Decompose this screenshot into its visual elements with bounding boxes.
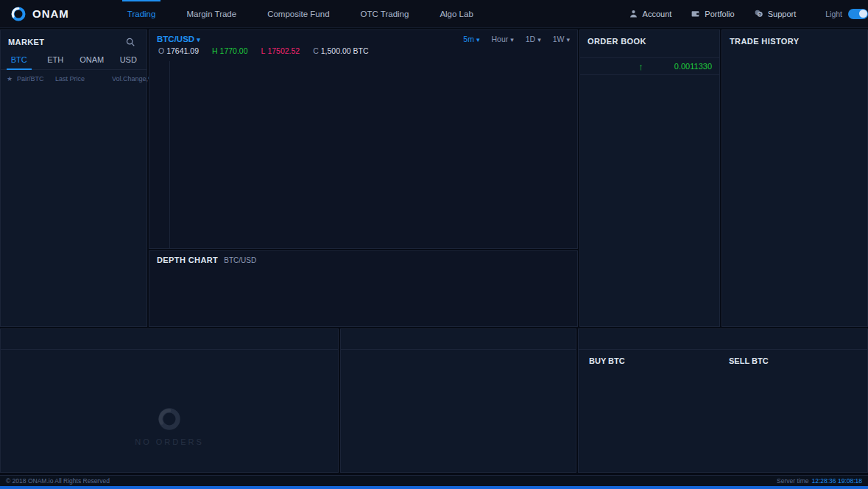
star-icon[interactable]: ★	[7, 75, 17, 82]
ohlc-c: C1,500.00 BTC	[313, 46, 368, 55]
timeframe-5m[interactable]: 5m▾	[463, 35, 479, 43]
market-col-pair-btc: Pair/BTC	[17, 75, 55, 82]
market-col-vol-: Vol.	[99, 75, 123, 82]
nav-item-label: Portfolio	[705, 10, 734, 18]
market-col-last-price: Last Price	[55, 75, 99, 82]
support-icon: ?	[754, 9, 763, 18]
market-tab-eth[interactable]: ETH	[38, 51, 74, 69]
trade-bots-tabs	[341, 329, 576, 350]
nav-right: AccountPortfolio?Support	[629, 9, 808, 18]
nav-item-portfolio[interactable]: Portfolio	[691, 9, 734, 18]
nav-tab-algo-lab[interactable]: Algo Lab	[424, 0, 488, 28]
time-axis	[170, 236, 512, 248]
wallet-icon	[691, 9, 700, 18]
pair-selector[interactable]: BTC/USD▾	[157, 35, 200, 43]
order-book-panel: ORDER BOOK ↑ 0.0011330	[579, 29, 720, 327]
market-tab-usd[interactable]: USD	[110, 51, 147, 69]
theme-toggle-knob	[859, 10, 867, 18]
no-orders-watermark: NO ORDERS	[1, 381, 338, 472]
sell-form: SELL BTC	[729, 355, 857, 370]
nav-item-support[interactable]: ?Support	[754, 9, 797, 18]
market-columns: ★Pair/BTCLast PriceVol.Change,%	[1, 70, 147, 88]
timeframe-selector: 5m▾Hour▾1D▾1W▾	[463, 35, 570, 43]
theme-switch: Light	[825, 9, 868, 19]
brand-name: ONAM	[32, 7, 69, 20]
chevron-down-icon: ▾	[510, 36, 514, 43]
trade-history-panel: TRADE HISTORY	[721, 29, 868, 327]
order-type-tabs	[579, 329, 867, 350]
search-icon[interactable]	[121, 36, 139, 48]
buy-form: BUY BTC	[589, 355, 717, 370]
svg-text:?: ?	[758, 13, 761, 17]
market-tab-onam[interactable]: ONAM	[74, 51, 110, 69]
order-book-title: ORDER BOOK	[580, 30, 719, 50]
buy-form-title: BUY BTC	[589, 356, 717, 365]
chart-panel: BTC/USD▾ 5m▾Hour▾1D▾1W▾ O17641.09H1770.0…	[149, 29, 578, 249]
nav-item-label: Support	[768, 10, 797, 18]
trade-bots-panel	[340, 328, 576, 473]
nav-tab-margin-trade[interactable]: Margin Trade	[171, 0, 252, 28]
depth-chart-title: DEPTH CHART	[157, 256, 218, 264]
market-tabs: BTCETHONAMUSD	[1, 51, 147, 70]
theme-label: Light	[825, 10, 842, 18]
sell-form-title: SELL BTC	[729, 356, 857, 365]
depth-chart[interactable]	[149, 267, 543, 316]
depth-chart-panel: DEPTH CHART BTC/USD	[149, 250, 578, 327]
last-price: 0.0011330	[674, 62, 712, 71]
timeframe-1w[interactable]: 1W▾	[553, 35, 570, 43]
ohlc-readout: O17641.09H1770.00L17502.52C1,500.00 BTC	[149, 45, 577, 58]
copyright: © 2018 ONAM.io All Rights Reserved	[6, 477, 110, 485]
depth-x-axis	[149, 316, 543, 326]
ohlc-l: L17502.52	[261, 46, 300, 55]
theme-toggle[interactable]	[848, 9, 868, 19]
server-time: Server time12:28:36 19:08:18	[777, 477, 862, 485]
ohlc-label: L	[261, 46, 266, 55]
ohlc-h: H1770.00	[212, 46, 248, 55]
order-book-columns	[580, 50, 719, 56]
open-orders-tabs	[1, 329, 338, 350]
chevron-down-icon: ▾	[537, 36, 541, 43]
open-orders-columns	[1, 350, 338, 359]
timeframe-1d[interactable]: 1D▾	[526, 35, 541, 43]
footer: © 2018 ONAM.io All Rights Reserved Serve…	[0, 475, 868, 486]
trade-bots-columns	[341, 350, 576, 357]
chevron-down-icon: ▾	[197, 36, 200, 43]
trade-history-title: TRADE HISTORY	[722, 30, 867, 50]
spread-row: ↑ 0.0011330	[580, 57, 719, 75]
timeframe-hour[interactable]: Hour▾	[491, 35, 513, 43]
onam-watermark-icon	[157, 407, 182, 432]
brand-logo[interactable]: ONAM	[0, 6, 82, 22]
server-time-value: 12:28:36 19:08:18	[811, 477, 862, 485]
chart-toolbar	[149, 61, 170, 248]
ohlc-label: O	[158, 46, 164, 55]
nav-tab-trading[interactable]: Trading	[112, 0, 172, 28]
price-axis[interactable]	[512, 61, 577, 236]
arrow-up-icon: ↑	[638, 61, 643, 72]
server-time-label: Server time	[777, 477, 808, 485]
depth-chart-pair: BTC/USD	[224, 256, 256, 264]
trade-history-columns	[722, 50, 867, 56]
main-nav-tabs: TradingMargin TradeComposite FundOTC Tra…	[112, 0, 489, 28]
market-tab-btc[interactable]: BTC	[1, 51, 38, 69]
order-form-panel: BUY BTC SELL BTC	[578, 328, 868, 473]
nav-tab-composite-fund[interactable]: Composite Fund	[252, 0, 345, 28]
chevron-down-icon: ▾	[476, 36, 480, 43]
candlestick-chart[interactable]	[170, 61, 512, 236]
nav-item-label: Account	[643, 10, 672, 18]
chevron-down-icon: ▾	[566, 36, 570, 43]
nav-tab-otc-trading[interactable]: OTC Trading	[345, 0, 425, 28]
user-icon	[629, 9, 638, 18]
top-nav: ONAM TradingMargin TradeComposite FundOT…	[0, 0, 868, 28]
market-title: MARKET	[8, 38, 44, 46]
ohlc-label: H	[212, 46, 218, 55]
ohlc-o: O17641.09	[158, 46, 199, 55]
open-orders-panel: NO ORDERS	[0, 328, 339, 473]
market-panel: MARKET BTCETHONAMUSD ★Pair/BTCLast Price…	[0, 29, 147, 327]
bottom-accent-bar	[0, 486, 868, 489]
onam-logo-icon	[10, 6, 27, 22]
ohlc-label: C	[313, 46, 319, 55]
pair-label: BTC/USD	[157, 35, 194, 43]
nav-item-account[interactable]: Account	[629, 9, 672, 18]
no-orders-text: NO ORDERS	[135, 437, 204, 446]
